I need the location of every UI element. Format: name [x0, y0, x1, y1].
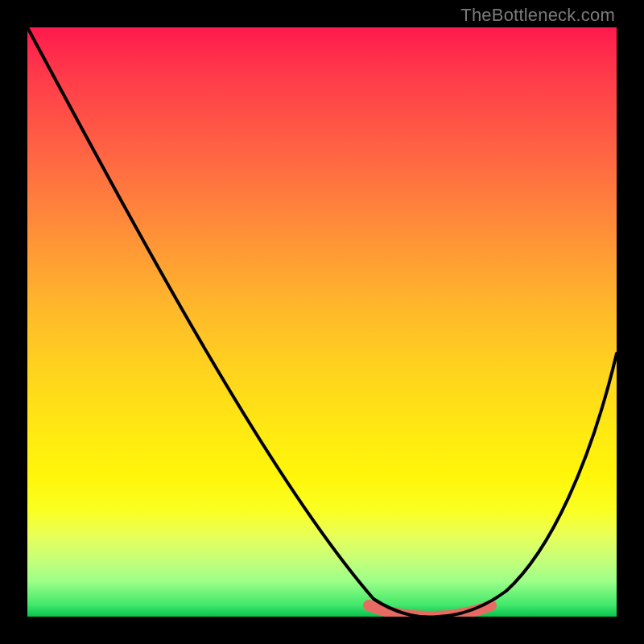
plot-area [27, 27, 617, 617]
bottleneck-curve [27, 27, 617, 617]
watermark-text: TheBottleneck.com [460, 5, 615, 26]
chart-frame: TheBottleneck.com [0, 0, 644, 644]
curve-layer [27, 27, 617, 617]
